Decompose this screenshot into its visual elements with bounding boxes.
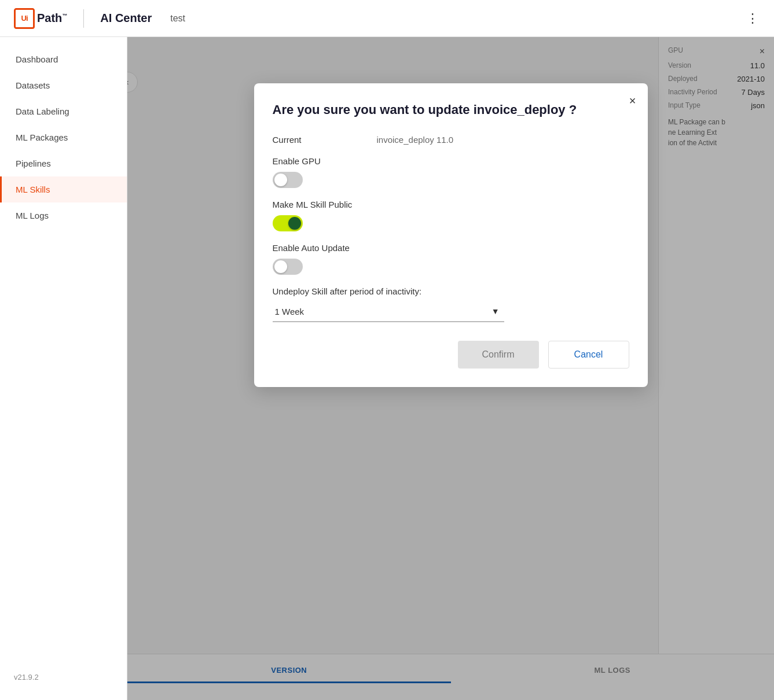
enable-gpu-section: Enable GPU [273,156,629,188]
sidebar-item-pipelines[interactable]: Pipelines [0,150,127,176]
enable-gpu-label: Enable GPU [273,156,629,166]
enable-auto-update-toggle[interactable] [273,259,303,275]
undeploy-section: Undeploy Skill after period of inactivit… [273,286,629,322]
cancel-button[interactable]: Cancel [548,341,629,369]
sidebar-item-dashboard[interactable]: Dashboard [0,46,127,72]
undeploy-select[interactable]: 1 Week 2 Weeks 1 Month Never [273,302,504,321]
more-options-icon[interactable]: ⋮ [746,11,760,26]
make-public-toggle[interactable] [273,215,303,231]
make-public-section: Make ML Skill Public [273,200,629,231]
uipath-logo: Ui Path™ [14,8,67,29]
sidebar-nav: Dashboard Datasets Data Labeling ML Pack… [0,46,127,229]
enable-auto-update-toggle-wrapper [273,259,629,275]
modal-title: Are you sure you want to update invoice_… [273,102,629,119]
confirm-button[interactable]: Confirm [458,341,539,369]
logo-path-text: Path™ [37,12,67,25]
sidebar-item-ml-packages[interactable]: ML Packages [0,124,127,150]
sidebar: Dashboard Datasets Data Labeling ML Pack… [0,37,127,700]
main-content: ‹ GPU × Version 11.0 Deployed 2021-10 In… [127,37,774,700]
tenant-name: test [170,13,185,24]
sidebar-item-data-labeling[interactable]: Data Labeling [0,98,127,124]
sidebar-item-ml-logs[interactable]: ML Logs [0,202,127,229]
sidebar-item-ml-skills[interactable]: ML Skills [0,176,127,202]
sidebar-version: v21.9.2 [0,664,127,691]
modal-overlay: × Are you sure you want to update invoic… [127,37,774,700]
make-public-toggle-wrapper [273,215,629,231]
enable-auto-update-label: Enable Auto Update [273,243,629,253]
enable-auto-update-slider [273,259,303,275]
modal-actions: Confirm Cancel [273,341,629,369]
app-header: Ui Path™ AI Center test ⋮ [0,0,774,37]
logo-box: Ui [14,8,35,29]
enable-gpu-slider [273,172,303,188]
header-right: ⋮ [746,11,760,26]
header-divider [83,9,84,28]
enable-gpu-toggle-wrapper [273,172,629,188]
undeploy-label: Undeploy Skill after period of inactivit… [273,286,629,296]
logo-area: Ui Path™ AI Center test [14,8,185,29]
modal-current-row: Current invoice_deploy 11.0 [273,135,629,145]
app-body: Dashboard Datasets Data Labeling ML Pack… [0,37,774,700]
logo-ui-text: Ui [21,14,28,23]
make-public-label: Make ML Skill Public [273,200,629,209]
current-label: Current [273,135,377,145]
undeploy-select-wrapper: 1 Week 2 Weeks 1 Month Never ▼ [273,302,504,322]
enable-gpu-toggle[interactable] [273,172,303,188]
modal-close-button[interactable]: × [629,95,636,106]
enable-auto-update-section: Enable Auto Update [273,243,629,275]
modal-dialog: × Are you sure you want to update invoic… [254,83,648,387]
sidebar-item-datasets[interactable]: Datasets [0,72,127,98]
ai-center-label: AI Center [100,12,152,25]
make-public-slider [273,215,303,231]
current-value: invoice_deploy 11.0 [377,135,454,145]
